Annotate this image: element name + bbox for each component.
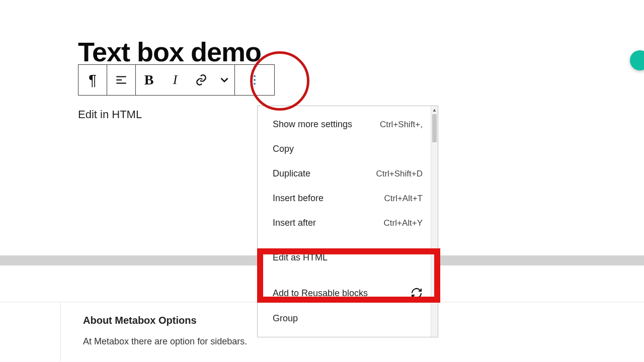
- more-options-button[interactable]: [235, 65, 274, 95]
- menu-shortcut: Ctrl+Shift+D: [376, 169, 423, 179]
- menu-label: Insert after: [273, 218, 316, 228]
- menu-shortcut: Ctrl+Alt+T: [384, 194, 423, 204]
- link-icon: [195, 73, 208, 86]
- menu-item-copy[interactable]: Copy: [258, 137, 438, 161]
- assistant-bubble-icon[interactable]: [630, 50, 644, 70]
- svg-point-4: [254, 79, 256, 81]
- svg-point-3: [254, 75, 256, 77]
- bold-icon: B: [144, 72, 154, 88]
- block-options-dropdown: Show more settings Ctrl+Shift+, Copy Dup…: [257, 106, 438, 337]
- italic-button[interactable]: I: [162, 65, 188, 95]
- scroll-up-icon: ▲: [431, 106, 438, 113]
- menu-label: Duplicate: [273, 168, 310, 179]
- menu-item-group[interactable]: Group: [258, 306, 438, 331]
- paragraph-type-button[interactable]: ¶: [78, 65, 107, 95]
- metabox-description: At Metabox there are option for sidebars…: [83, 336, 247, 347]
- menu-shortcut: Ctrl+Shift+,: [380, 120, 423, 130]
- chevron-down-icon: [218, 73, 231, 86]
- metabox-title: About Metabox Options: [83, 315, 247, 326]
- menu-shortcut: Ctrl+Alt+Y: [384, 218, 423, 228]
- menu-label: Copy: [273, 144, 294, 154]
- block-toolbar: ¶ B I: [78, 64, 275, 96]
- more-rich-text-button[interactable]: [214, 65, 234, 95]
- menu-item-insert-before[interactable]: Insert before Ctrl+Alt+T: [258, 186, 438, 211]
- menu-label: Add to Reusable blocks: [273, 288, 368, 299]
- more-vertical-icon: [248, 73, 261, 86]
- bottom-separator-vert: [60, 302, 61, 362]
- align-left-icon: [115, 73, 128, 86]
- refresh-icon: [411, 287, 423, 299]
- menu-item-duplicate[interactable]: Duplicate Ctrl+Shift+D: [258, 161, 438, 186]
- italic-icon: I: [173, 72, 178, 87]
- dropdown-scrollbar[interactable]: ▲: [431, 106, 438, 337]
- bold-button[interactable]: B: [136, 65, 162, 95]
- menu-item-show-more-settings[interactable]: Show more settings Ctrl+Shift+,: [258, 112, 438, 137]
- menu-label: Show more settings: [273, 119, 352, 130]
- metabox-section: About Metabox Options At Metabox there a…: [83, 315, 247, 347]
- scroll-thumb[interactable]: [432, 114, 437, 142]
- menu-item-insert-after[interactable]: Insert after Ctrl+Alt+Y: [258, 211, 438, 235]
- menu-item-edit-as-html[interactable]: Edit as HTML: [258, 235, 438, 280]
- menu-item-add-reusable[interactable]: Add to Reusable blocks: [258, 280, 438, 306]
- link-button[interactable]: [188, 65, 214, 95]
- menu-label: Insert before: [273, 193, 324, 204]
- pilcrow-icon: ¶: [89, 71, 97, 88]
- svg-point-5: [254, 83, 256, 85]
- paragraph-block-text[interactable]: Edit in HTML: [78, 108, 142, 121]
- menu-label: Group: [273, 313, 298, 324]
- menu-label: Edit as HTML: [273, 252, 328, 263]
- align-button[interactable]: [107, 65, 135, 95]
- page-title: Text box demo: [78, 36, 261, 67]
